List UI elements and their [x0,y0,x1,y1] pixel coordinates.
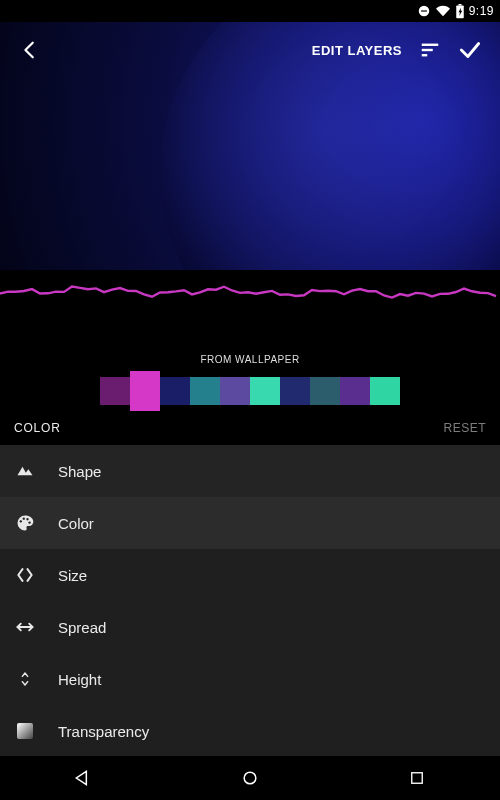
svg-rect-6 [422,49,433,51]
transparency-icon [14,722,36,740]
svg-point-12 [28,521,30,523]
option-transparency[interactable]: Transparency [0,705,500,756]
option-label: Transparency [58,723,149,740]
svg-rect-7 [422,54,428,56]
option-label: Height [58,671,101,688]
palette-swatch[interactable] [310,377,340,405]
option-label: Spread [58,619,106,636]
height-icon [14,669,36,689]
palette-row [0,371,500,405]
size-icon [14,565,36,585]
done-button[interactable] [450,30,490,70]
palette-swatch[interactable] [370,377,400,405]
svg-point-10 [23,518,25,520]
palette-swatch[interactable] [130,371,160,411]
svg-marker-17 [77,771,87,784]
palette-swatch[interactable] [160,377,190,405]
section-header: COLOR RESET [0,405,500,445]
option-label: Shape [58,463,101,480]
palette-swatch[interactable] [340,377,370,405]
option-height[interactable]: Height [0,653,500,705]
option-color[interactable]: Color [0,497,500,549]
svg-point-11 [26,518,28,520]
option-size[interactable]: Size [0,549,500,601]
options-list: ShapeColorSizeSpreadHeightTransparencySh… [0,445,500,756]
palette-swatch[interactable] [250,377,280,405]
palette-section: FROM WALLPAPER [0,318,500,405]
option-shape[interactable]: Shape [0,445,500,497]
svg-rect-1 [421,10,427,11]
palette-swatch[interactable] [190,377,220,405]
status-bar: 9:19 [0,0,500,22]
android-nav-bar [0,756,500,800]
back-button[interactable] [10,30,50,70]
svg-rect-3 [458,4,461,6]
edit-layers-button[interactable]: EDIT LAYERS [312,43,402,58]
color-icon [14,513,36,533]
svg-point-18 [244,772,256,784]
nav-back-button[interactable] [53,756,113,800]
reset-button[interactable]: RESET [443,421,486,435]
layers-sort-icon[interactable] [410,30,450,70]
status-time: 9:19 [469,4,494,18]
option-label: Color [58,515,94,532]
palette-source-label: FROM WALLPAPER [0,354,500,365]
palette-swatch[interactable] [220,377,250,405]
wifi-icon [435,4,451,18]
waveform-preview [0,270,500,318]
wallpaper-preview: EDIT LAYERS [0,22,500,270]
palette-swatch[interactable] [100,377,130,405]
section-title: COLOR [14,421,61,435]
svg-rect-14 [17,723,33,739]
nav-home-button[interactable] [220,756,280,800]
dnd-icon [417,4,431,18]
svg-rect-19 [411,773,422,784]
svg-point-9 [20,520,22,522]
svg-marker-8 [18,467,33,475]
app-bar: EDIT LAYERS [0,22,500,78]
option-label: Size [58,567,87,584]
option-spread[interactable]: Spread [0,601,500,653]
battery-charging-icon [455,4,465,19]
shape-icon [14,461,36,481]
nav-recent-button[interactable] [387,756,447,800]
palette-swatch[interactable] [280,377,310,405]
svg-rect-5 [422,44,439,46]
spread-icon [14,617,36,637]
